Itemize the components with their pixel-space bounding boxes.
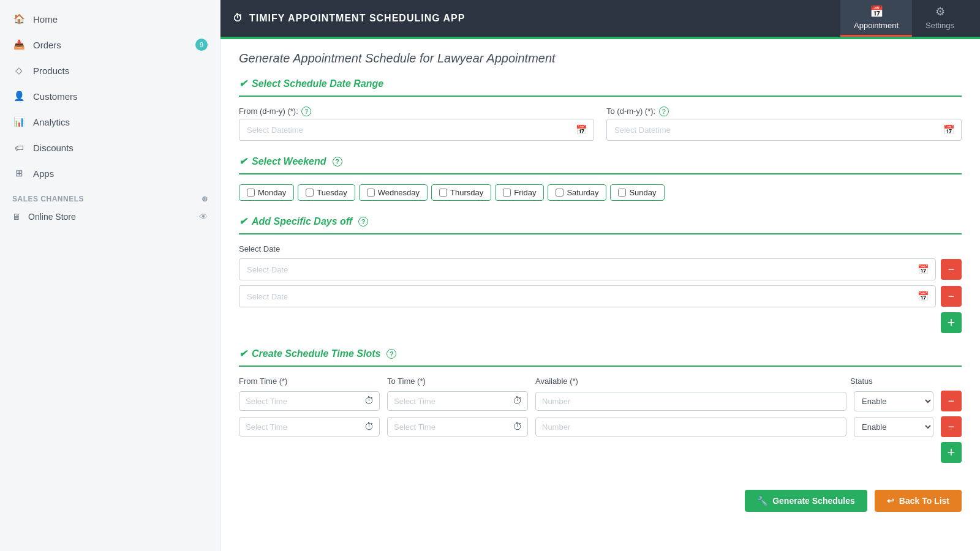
content-area: Generate Appointment Schedule for Lawyea… xyxy=(221,39,980,551)
sales-channels-section: SALES CHANNELS ⊕ xyxy=(0,186,220,207)
to-time-2-clock-icon[interactable]: ⏱ xyxy=(508,418,527,436)
friday-checkbox[interactable] xyxy=(503,189,511,197)
saturday-checkbox[interactable] xyxy=(556,189,564,197)
header-tabs: 📅 Appointment ⚙ Settings xyxy=(840,0,968,37)
app-title: ⏱ TIMIFY APPOINTMENT SCHEDULING APP xyxy=(233,13,840,24)
from-time-2-input[interactable] xyxy=(239,418,360,436)
date-off-input-2[interactable] xyxy=(239,287,911,306)
to-time-1-clock-icon[interactable]: ⏱ xyxy=(508,392,527,410)
sidebar-item-analytics[interactable]: 📊 Analytics xyxy=(0,109,220,135)
status-1-wrapper: Enable Disable xyxy=(854,391,933,411)
day-friday[interactable]: Friday xyxy=(495,184,544,201)
sidebar-item-online-store[interactable]: 🖥 Online Store 👁 xyxy=(0,207,220,227)
tab-appointment[interactable]: 📅 Appointment xyxy=(840,0,912,37)
day-thursday[interactable]: Thursday xyxy=(431,184,491,201)
date-off-input-2-wrapper: 📅 xyxy=(239,285,936,307)
status-2-select[interactable]: Enable Disable xyxy=(854,417,933,437)
to-date-group: To (d-m-y) (*): ? 📅 xyxy=(606,107,962,141)
add-date-off-button[interactable]: + xyxy=(941,312,962,333)
day-wednesday[interactable]: Wednesday xyxy=(359,184,428,201)
to-time-2-wrapper: ⏱ xyxy=(387,417,528,437)
date-range-row: From (d-m-y) (*): ? 📅 To (d-m-y) (*): ? xyxy=(239,107,962,141)
status-2-wrapper: Enable Disable xyxy=(854,417,933,437)
date-off-row-1: 📅 − xyxy=(239,258,962,280)
remove-date-2-button[interactable]: − xyxy=(941,286,962,307)
tab-settings[interactable]: ⚙ Settings xyxy=(912,0,968,37)
available-1-input[interactable] xyxy=(535,392,846,411)
from-calendar-icon[interactable]: 📅 xyxy=(570,119,594,140)
generate-schedules-button[interactable]: 🔧 Generate Schedules xyxy=(745,490,867,512)
to-date-input-wrapper: 📅 xyxy=(606,119,962,141)
orders-badge: 9 xyxy=(195,39,208,51)
available-2-wrapper xyxy=(535,418,846,437)
to-time-1-input[interactable] xyxy=(388,392,508,410)
sidebar-item-apps[interactable]: ⊞ Apps xyxy=(0,160,220,186)
weekend-help-icon[interactable]: ? xyxy=(333,157,342,167)
weekend-section: ✔ Select Weekend ? Monday Tuesday Wednes… xyxy=(239,156,962,201)
from-date-label: From (d-m-y) (*): ? xyxy=(239,107,594,116)
settings-tab-icon: ⚙ xyxy=(935,5,945,18)
products-icon: ◇ xyxy=(12,64,26,77)
tuesday-checkbox[interactable] xyxy=(306,189,314,197)
sidebar-item-discounts[interactable]: 🏷 Discounts xyxy=(0,135,220,160)
to-help-icon[interactable]: ? xyxy=(659,107,669,116)
footer-actions: 🔧 Generate Schedules ↩ Back To List xyxy=(239,478,962,518)
sidebar-item-home[interactable]: 🏠 Home xyxy=(0,6,220,32)
date-off-cal-icon-1[interactable]: 📅 xyxy=(911,259,935,280)
sidebar-item-customers[interactable]: 👤 Customers xyxy=(0,83,220,109)
monday-checkbox[interactable] xyxy=(247,189,255,197)
main-content: ⏱ TIMIFY APPOINTMENT SCHEDULING APP 📅 Ap… xyxy=(221,0,980,551)
remove-slot-2-button[interactable]: − xyxy=(941,416,962,437)
add-sales-channel-icon[interactable]: ⊕ xyxy=(202,195,208,203)
to-calendar-icon[interactable]: 📅 xyxy=(937,119,961,140)
date-off-input-1-wrapper: 📅 xyxy=(239,258,936,280)
thursday-checkbox[interactable] xyxy=(439,189,447,197)
time-slots-header: ✔ Create Schedule Time Slots ? xyxy=(239,348,962,359)
apps-icon: ⊞ xyxy=(12,167,26,180)
time-slot-row-2: ⏱ ⏱ Enable Disable − xyxy=(239,416,962,437)
sidebar-item-orders[interactable]: 📥 Orders 9 xyxy=(0,32,220,58)
sunday-checkbox[interactable] xyxy=(618,189,626,197)
app-header: ⏱ TIMIFY APPOINTMENT SCHEDULING APP 📅 Ap… xyxy=(221,0,980,37)
from-time-1-input[interactable] xyxy=(239,392,360,410)
available-2-input[interactable] xyxy=(535,418,846,437)
date-off-cal-icon-2[interactable]: 📅 xyxy=(911,286,935,307)
from-help-icon[interactable]: ? xyxy=(301,107,311,116)
sidebar-item-products[interactable]: ◇ Products xyxy=(0,58,220,83)
clock-icon: ⏱ xyxy=(233,13,243,24)
check-icon-3: ✔ xyxy=(239,216,247,227)
from-time-1-clock-icon[interactable]: ⏱ xyxy=(360,392,379,410)
to-time-2-input[interactable] xyxy=(388,418,508,436)
appointment-tab-icon: 📅 xyxy=(870,5,883,18)
sidebar: 🏠 Home 📥 Orders 9 ◇ Products 👤 Customers… xyxy=(0,0,221,551)
from-datetime-input[interactable] xyxy=(239,121,570,140)
status-1-select[interactable]: Enable Disable xyxy=(854,391,933,411)
back-icon: ↩ xyxy=(887,496,894,506)
divider-1 xyxy=(239,96,962,97)
date-off-input-1[interactable] xyxy=(239,260,911,279)
remove-date-1-button[interactable]: − xyxy=(941,259,962,280)
weekend-header: ✔ Select Weekend ? xyxy=(239,156,962,167)
date-range-header: ✔ Select Schedule Date Range xyxy=(239,78,962,89)
page-title: Generate Appointment Schedule for Lawyea… xyxy=(239,51,962,66)
wednesday-checkbox[interactable] xyxy=(367,189,375,197)
divider-2 xyxy=(239,173,962,174)
day-tuesday[interactable]: Tuesday xyxy=(298,184,355,201)
to-date-label: To (d-m-y) (*): ? xyxy=(606,107,962,116)
days-row: Monday Tuesday Wednesday Thursday Friday… xyxy=(239,184,962,201)
day-monday[interactable]: Monday xyxy=(239,184,294,201)
from-time-2-clock-icon[interactable]: ⏱ xyxy=(360,418,379,436)
back-to-list-button[interactable]: ↩ Back To List xyxy=(875,490,962,512)
col-available-label: Available (*) xyxy=(535,377,843,386)
date-off-row-2: 📅 − xyxy=(239,285,962,307)
check-icon-2: ✔ xyxy=(239,156,247,167)
time-slots-help-icon[interactable]: ? xyxy=(386,349,396,359)
orders-icon: 📥 xyxy=(12,38,26,51)
customers-icon: 👤 xyxy=(12,89,26,103)
day-saturday[interactable]: Saturday xyxy=(548,184,606,201)
day-sunday[interactable]: Sunday xyxy=(610,184,664,201)
days-off-help-icon[interactable]: ? xyxy=(358,217,368,227)
add-slot-button[interactable]: + xyxy=(941,442,962,463)
to-datetime-input[interactable] xyxy=(607,121,937,140)
remove-slot-1-button[interactable]: − xyxy=(941,391,962,411)
